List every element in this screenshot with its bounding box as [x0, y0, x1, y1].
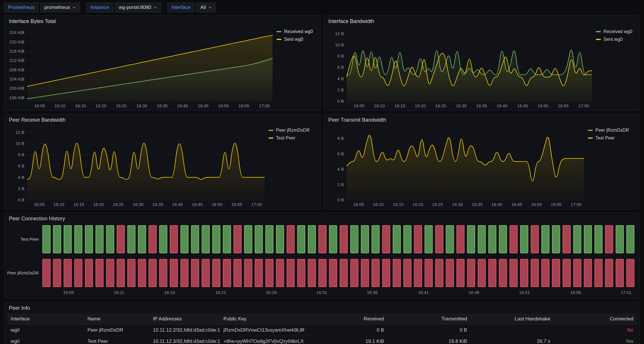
variable-value-dropdown[interactable]: wg-portal:8080: [115, 3, 161, 12]
table-cell: 10.11.12.2/32,fdfd:d3ad:c0de:1234::1/128: [149, 325, 220, 336]
table-cell: 19.8 KiB: [388, 336, 471, 344]
time-series-chart[interactable]: [325, 124, 586, 209]
grafana-dashboard: PrometheusprometheusInstancewg-portal:80…: [0, 3, 644, 344]
table-cell: [470, 328, 554, 333]
variable-group: InterfaceAll: [167, 3, 216, 12]
panel-body: Peer jRzmDsDRTest Peer: [4, 124, 320, 209]
table-body: wg0Peer jRzmDsDR10.11.12.2/32,fdfd:d3ad:…: [7, 324, 637, 344]
variable-label-button[interactable]: Interface: [167, 3, 195, 12]
table-cell: Peer jRzmDsDR: [84, 325, 150, 336]
column-header[interactable]: Transmitted: [388, 314, 471, 324]
table-row[interactable]: wg0Test Peer10.11.12.3/32,fdfd:d3ad:c0de…: [7, 336, 637, 344]
variable-label-button[interactable]: Instance: [86, 3, 113, 12]
timeline-row-labels: Test PeerPeer jRzmDsDR: [6, 222, 41, 298]
column-header[interactable]: Last Handshake: [470, 314, 554, 324]
table-header-row: InterfaceNameIP AddressesPublic KeyRecei…: [7, 314, 637, 324]
legend: Received wg0Sent wg0: [594, 25, 638, 110]
series-color-swatch: [277, 31, 281, 32]
variable-value: prometheus: [44, 5, 70, 10]
timeline-row-label: Test Peer: [7, 237, 39, 242]
table-cell: wg0: [7, 336, 84, 344]
panel-body: Received wg0Sent wg0: [324, 25, 640, 110]
legend-label: Peer jRzmDsDR: [595, 128, 629, 133]
variable-value: wg-portal:8080: [119, 5, 151, 10]
legend-item[interactable]: Test Peer: [588, 135, 637, 141]
variable-label-button[interactable]: Prometheus: [4, 3, 39, 12]
state-timeline-chart[interactable]: [41, 222, 638, 298]
legend-item[interactable]: Peer jRzmDsDR: [588, 128, 637, 133]
legend-label: Peer jRzmDsDR: [276, 128, 310, 133]
panel-body: Test PeerPeer jRzmDsDR: [4, 222, 640, 299]
connected-status-cell: No: [554, 325, 637, 336]
legend-item[interactable]: Test Peer: [268, 135, 317, 141]
panel-body: Received wg0Sent wg0: [4, 25, 320, 110]
legend-label: Sent wg0: [284, 37, 303, 42]
legend: Peer jRzmDsDRTest Peer: [267, 124, 319, 209]
column-header[interactable]: Name: [84, 314, 150, 324]
column-header[interactable]: Connected: [554, 314, 637, 324]
table-cell: Test Peer: [84, 336, 150, 344]
legend: Peer jRzmDsDRTest Peer: [586, 124, 638, 209]
series-color-swatch: [588, 130, 593, 131]
panel-title[interactable]: Peer Info: [4, 302, 640, 312]
legend-item[interactable]: Received wg0: [596, 29, 637, 34]
table-row[interactable]: wg0Peer jRzmDsDR10.11.12.2/32,fdfd:d3ad:…: [7, 324, 637, 336]
variable-value-dropdown[interactable]: All: [196, 3, 216, 12]
legend: Received wg0Sent wg0: [275, 25, 319, 110]
panel-row-4: Peer Info InterfaceNameIP AddressesPubli…: [0, 302, 644, 344]
panel-interface-bandwidth: Interface Bandwidth Received wg0Sent wg0: [323, 15, 640, 111]
table-cell: 19.1 KiB: [304, 336, 388, 344]
panel-peer-receive-bandwidth: Peer Receive Bandwidth Peer jRzmDsDRTest…: [4, 114, 321, 209]
time-series-chart[interactable]: [6, 124, 267, 209]
panel-title[interactable]: Peer Connection History: [4, 213, 640, 222]
chevron-down-icon: [73, 6, 76, 9]
connected-status-cell: Yes: [554, 336, 637, 344]
series-color-swatch: [596, 39, 601, 40]
time-series-chart[interactable]: [6, 25, 275, 110]
legend-label: Received wg0: [603, 29, 632, 34]
peer-info-table: InterfaceNameIP AddressesPublic KeyRecei…: [7, 314, 637, 344]
table-cell: 0 B: [388, 325, 471, 336]
series-color-swatch: [268, 130, 273, 131]
column-header[interactable]: Received: [304, 314, 388, 324]
legend-label: Test Peer: [276, 135, 296, 141]
series-color-swatch: [588, 137, 593, 139]
legend-label: Test Peer: [595, 135, 615, 141]
time-series-chart[interactable]: [325, 25, 594, 110]
variable-value: All: [200, 5, 206, 10]
series-color-swatch: [596, 31, 601, 32]
legend-item[interactable]: Sent wg0: [277, 37, 317, 42]
legend-item[interactable]: Sent wg0: [596, 37, 637, 42]
panel-row-3: Peer Connection History Test PeerPeer jR…: [0, 213, 644, 299]
legend-item[interactable]: Peer jRzmDsDR: [268, 128, 317, 133]
table-cell: +8he+pyWH7Oa9g2FVjIxQzy04brLX+D: [220, 336, 304, 344]
table-cell: 10.11.12.3/32,fdfd:d3ad:c0de:1234::2/128: [149, 336, 220, 344]
table-cell: 0 B: [304, 325, 388, 336]
panel-row-2: Peer Receive Bandwidth Peer jRzmDsDRTest…: [0, 114, 644, 209]
column-header[interactable]: IP Addresses: [149, 314, 220, 324]
timeline-row-label: Peer jRzmDsDR: [7, 270, 39, 275]
table-cell: wg0: [7, 325, 84, 336]
panel-peer-info: Peer Info InterfaceNameIP AddressesPubli…: [4, 302, 640, 344]
variable-value-dropdown[interactable]: prometheus: [40, 3, 80, 12]
panel-peer-transmit-bandwidth: Peer Transmit Bandwidth Peer jRzmDsDRTes…: [323, 114, 640, 209]
legend-label: Sent wg0: [603, 37, 623, 42]
panel-title[interactable]: Interface Bytes Total: [4, 16, 320, 25]
series-color-swatch: [268, 137, 273, 139]
panel-interface-bytes-total: Interface Bytes Total Received wg0Sent w…: [4, 15, 321, 111]
column-header[interactable]: Interface: [7, 314, 84, 324]
panel-title[interactable]: Peer Transmit Bandwidth: [324, 114, 640, 124]
chevron-down-icon: [154, 6, 157, 9]
table-cell: 26.7 s: [470, 336, 554, 344]
panel-body: Peer jRzmDsDRTest Peer: [324, 124, 640, 209]
legend-item[interactable]: Received wg0: [277, 29, 317, 34]
variable-group: Prometheusprometheus: [4, 3, 80, 12]
panel-title[interactable]: Peer Receive Bandwidth: [4, 114, 320, 124]
table-cell: jRzmDsDRVnwCt13vsyamXherk9L9RhR: [220, 325, 304, 336]
column-header[interactable]: Public Key: [220, 314, 304, 324]
series-color-swatch: [277, 39, 281, 40]
panel-title[interactable]: Interface Bandwidth: [324, 16, 640, 25]
chevron-down-icon: [208, 6, 212, 9]
variable-group: Instancewg-portal:8080: [86, 3, 161, 12]
legend-label: Received wg0: [284, 29, 313, 34]
